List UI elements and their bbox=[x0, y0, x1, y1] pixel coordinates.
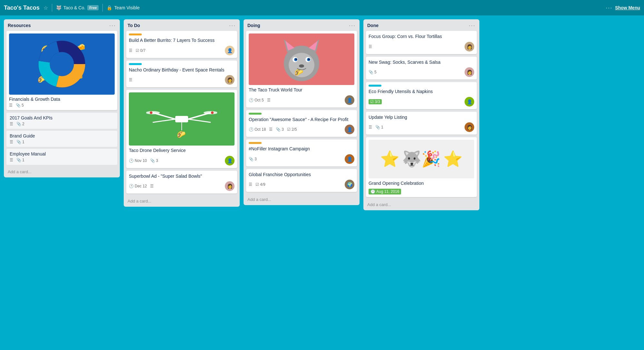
card-focus-title: Focus Group: Corn vs. Flour Tortillas bbox=[369, 33, 474, 40]
card-drone-title: Taco Drone Delivery Service bbox=[129, 147, 235, 154]
attach-drone: 📎 3 bbox=[150, 158, 158, 163]
doing-cards: 🌮 The Taco Truck World Tour 🕐 Oct 5 ☰ 👤 … bbox=[244, 31, 360, 194]
card-label-orange bbox=[129, 33, 142, 35]
card-brand-meta: ☰ 📎 1 bbox=[10, 140, 114, 144]
team-badge: Free bbox=[87, 5, 99, 10]
card-superbowl-title: Superbowl Ad - "Super Salad Bowls" bbox=[129, 173, 235, 180]
header-right: ··· Show Menu bbox=[606, 5, 640, 11]
card-burrito-meta: ☰ ☑ 0/7 👤 bbox=[129, 46, 235, 55]
team-name: Taco & Co. bbox=[63, 5, 85, 10]
check-sauce: ☑ 2/5 bbox=[287, 127, 297, 132]
checklist-burrito: ☑ 0/7 bbox=[136, 48, 146, 53]
add-card-todo[interactable]: Add a card... bbox=[124, 196, 240, 207]
card-2017-goals[interactable]: 2017 Goals And KPIs ☰ 📎 2 bbox=[6, 113, 117, 129]
card-label-cyan-eco bbox=[369, 85, 381, 87]
star-left: ⭐ bbox=[380, 150, 399, 168]
attach-sauce: 📎 3 bbox=[276, 127, 284, 132]
card-franchise-meta: ☰ ☑ 4/9 🌍 bbox=[249, 180, 354, 189]
avatar-focus: 👩 bbox=[465, 42, 474, 52]
svg-line-12 bbox=[153, 119, 175, 122]
column-menu-todo[interactable]: ··· bbox=[229, 23, 236, 28]
card-swag-meta: 📎 5 👩 bbox=[369, 67, 474, 77]
card-superbowl[interactable]: Superbowl Ad - "Super Salad Bowls" 🕐 Dec… bbox=[126, 171, 237, 194]
svg-point-16 bbox=[150, 111, 152, 114]
desc-icon-goals: ☰ bbox=[10, 122, 13, 126]
show-menu-button[interactable]: Show Menu bbox=[615, 5, 640, 10]
column-header-todo: To Do ··· bbox=[124, 19, 240, 31]
date-drone: 🕐 Nov 10 bbox=[129, 158, 147, 163]
star-icon[interactable]: ☆ bbox=[43, 5, 48, 11]
header: Taco's Tacos ☆ 🐺 Taco & Co. Free 🔒 Team … bbox=[0, 0, 644, 15]
column-menu-resources[interactable]: ··· bbox=[109, 23, 116, 28]
avatar-tour: 👤 bbox=[345, 95, 354, 105]
card-world-tour[interactable]: 🌮 The Taco Truck World Tour 🕐 Oct 5 ☰ 👤 bbox=[246, 31, 357, 108]
card-burrito-title: Build A Better Burrito: 7 Layers To Succ… bbox=[129, 37, 235, 44]
card-tour-meta: 🕐 Oct 5 ☰ 👤 bbox=[249, 95, 354, 105]
avatar-swag: 👩 bbox=[465, 67, 474, 77]
wolf-image: 🌮 bbox=[249, 33, 354, 85]
column-doing: Doing ··· bbox=[244, 19, 360, 205]
card-grand-opening[interactable]: ⭐ 🐺🎉 ⭐ Grand Opening Celebration 🕐 Aug 1… bbox=[366, 137, 477, 197]
column-header-resources: Resources ··· bbox=[4, 19, 120, 31]
card-eco-title: Eco Friendly Utensils & Napkins bbox=[369, 89, 474, 95]
team-info: 🐺 Taco & Co. Free bbox=[56, 5, 99, 10]
date-sauce: 🕐 Oct 18 bbox=[249, 127, 266, 132]
desc-icon-brand: ☰ bbox=[10, 140, 13, 144]
card-focus-group[interactable]: Focus Group: Corn vs. Flour Tortillas ☰ … bbox=[366, 31, 477, 54]
add-card-doing[interactable]: Add a card... bbox=[244, 194, 360, 205]
card-ig-meta: 📎 3 👤 bbox=[249, 154, 354, 164]
column-resources: Resources ··· 🌮 🧀 🧀 🌮 bbox=[4, 19, 120, 177]
lock-icon: 🔒 bbox=[107, 5, 112, 10]
column-done: Done ··· Focus Group: Corn vs. Flour Tor… bbox=[363, 19, 479, 210]
avatar-nacho: 👩 bbox=[225, 75, 235, 85]
card-opening-meta: 🕐 Aug 11, 2016 bbox=[369, 189, 474, 194]
card-eco-meta: ☑ 3/3 👤 bbox=[369, 97, 474, 107]
column-title-todo: To Do bbox=[128, 23, 140, 28]
stars-image: ⭐ 🐺🎉 ⭐ bbox=[369, 140, 474, 178]
card-financials[interactable]: 🌮 🧀 🧀 🌮 Financials & Growth Data ☰ bbox=[6, 31, 117, 110]
card-yelp[interactable]: Update Yelp Listing ☰ 📎 1 👩 bbox=[366, 112, 477, 135]
svg-point-8 bbox=[52, 54, 72, 74]
donut-chart: 🌮 🧀 🧀 🌮 bbox=[9, 33, 115, 95]
card-drone[interactable]: 🌮 Taco Drone Delivery Service 🕐 Nov 10 📎… bbox=[126, 90, 237, 168]
desc-sauce: ☰ bbox=[269, 127, 273, 132]
avatar-drone: 👤 bbox=[225, 156, 235, 166]
star-right: ⭐ bbox=[443, 150, 463, 168]
card-financials-meta: ☰ 📎 5 bbox=[9, 103, 115, 108]
checklist-eco: ☑ 3/3 bbox=[369, 99, 382, 104]
card-eco[interactable]: Eco Friendly Utensils & Napkins ☑ 3/3 👤 bbox=[366, 82, 477, 109]
add-card-resources[interactable]: Add a card... bbox=[4, 167, 120, 177]
card-goals-meta: ☰ 📎 2 bbox=[10, 122, 114, 126]
card-swag[interactable]: New Swag: Socks, Scarves & Salsa 📎 5 👩 bbox=[366, 57, 477, 80]
card-franchise[interactable]: Global Franchise Opportunities ☰ ☑ 4/9 🌍 bbox=[246, 169, 357, 192]
date-tour: 🕐 Oct 5 bbox=[249, 98, 264, 102]
card-brand-guide[interactable]: Brand Guide ☰ 📎 1 bbox=[6, 131, 117, 147]
desc-icon-manual: ☰ bbox=[10, 158, 13, 162]
attachments-icon: 📎 5 bbox=[16, 103, 24, 108]
desc-icon: ☰ bbox=[9, 103, 13, 108]
card-label-green bbox=[249, 113, 262, 115]
attach-yelp: 📎 1 bbox=[375, 125, 383, 129]
card-manual-meta: ☰ 📎 1 bbox=[10, 158, 114, 162]
card-awesome-sauce[interactable]: Operation "Awesome Sauce" - A Recipe For… bbox=[246, 110, 357, 137]
column-menu-doing[interactable]: ··· bbox=[349, 23, 356, 28]
svg-rect-9 bbox=[175, 116, 188, 122]
card-manual-title: Employee Manual bbox=[10, 151, 114, 156]
desc-focus: ☰ bbox=[369, 44, 372, 49]
card-burrito[interactable]: Build A Better Burrito: 7 Layers To Succ… bbox=[126, 31, 237, 58]
divider-2 bbox=[102, 4, 103, 12]
column-header-doing: Doing ··· bbox=[244, 19, 360, 31]
header-dots[interactable]: ··· bbox=[606, 5, 612, 11]
desc-burrito: ☰ bbox=[129, 48, 132, 53]
card-nacho[interactable]: Nacho Ordinary Birthday - Event Space Re… bbox=[126, 61, 237, 88]
card-instagram[interactable]: #NoFiller Instagram Campaign 📎 3 👤 bbox=[246, 139, 357, 166]
column-menu-done[interactable]: ··· bbox=[469, 23, 476, 28]
card-employee-manual[interactable]: Employee Manual ☰ 📎 1 bbox=[6, 149, 117, 165]
svg-point-32 bbox=[308, 59, 310, 60]
svg-point-14 bbox=[146, 111, 160, 114]
add-card-done[interactable]: Add a card... bbox=[363, 200, 479, 210]
card-yelp-meta: ☰ 📎 1 👩 bbox=[369, 122, 474, 132]
card-label-orange-ig bbox=[249, 142, 262, 144]
resources-cards: 🌮 🧀 🧀 🌮 Financials & Growth Data ☰ bbox=[4, 31, 120, 167]
card-sauce-meta: 🕐 Oct 18 ☰ 📎 3 ☑ 2/5 👤 bbox=[249, 125, 354, 134]
